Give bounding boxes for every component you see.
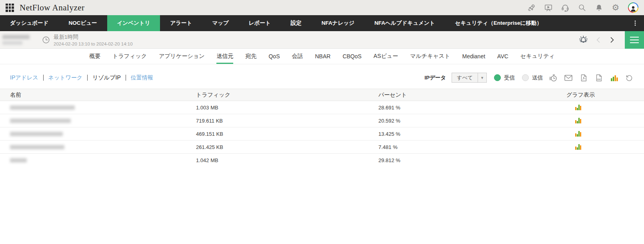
filter-link-location[interactable]: 位置情報 xyxy=(126,74,158,81)
nav-item-security-enterprise[interactable]: セキュリティ（Enterpriseに移動） xyxy=(445,15,552,31)
traffic-value: 719.611 KB xyxy=(196,118,378,124)
chevron-left-icon xyxy=(594,36,602,44)
traffic-value: 1.042 MB xyxy=(196,157,378,163)
period-label: 最新1時間 xyxy=(54,34,133,41)
radio-off-icon xyxy=(522,74,529,81)
source-table: 名前 トラフィック パーセント グラフ表示 1.003 MB 28.691 % … xyxy=(0,89,644,167)
nav-item-settings[interactable]: 設定 xyxy=(281,15,312,31)
row-name-blurred[interactable] xyxy=(10,119,71,123)
tab-medianet[interactable]: Medianet xyxy=(462,49,485,64)
app-title: NetFlow Analyzer xyxy=(20,3,85,13)
percent-value: 28.691 % xyxy=(378,105,566,111)
chevron-right-icon[interactable] xyxy=(608,36,616,44)
column-header-traffic[interactable]: トラフィック xyxy=(196,91,378,99)
filter-link-network[interactable]: ネットワーク xyxy=(44,74,88,81)
graph-icon[interactable] xyxy=(575,131,581,137)
tab-as-view[interactable]: ASビュー xyxy=(374,49,398,64)
ip-data-selected-value: すべて xyxy=(452,73,478,82)
traffic-value: 1.003 MB xyxy=(196,105,378,111)
tab-multicast[interactable]: マルチキャスト xyxy=(410,49,450,64)
ip-data-select[interactable]: すべて ▼ xyxy=(452,73,487,83)
refresh-icon[interactable] xyxy=(624,73,634,83)
tab-nbar[interactable]: NBAR xyxy=(315,49,330,64)
tab-cbqos[interactable]: CBQoS xyxy=(342,49,361,64)
table-row: 469.151 KB 13.425 % xyxy=(0,127,644,141)
user-avatar[interactable] xyxy=(628,2,638,13)
search-icon[interactable] xyxy=(578,3,586,12)
tab-avc[interactable]: AVC xyxy=(497,49,508,64)
table-row: 719.611 KB 20.592 % xyxy=(0,114,644,127)
nav-item-reports[interactable]: レポート xyxy=(239,15,281,31)
row-name-blurred[interactable] xyxy=(10,145,64,149)
email-envelope-icon[interactable] xyxy=(564,73,573,83)
main-nav: ダッシュボード NOCビュー インベントリ アラート マップ レポート 設定 N… xyxy=(0,15,644,31)
tab-overview[interactable]: 概要 xyxy=(89,49,100,64)
table-row: 1.042 MB 29.812 % xyxy=(0,154,644,167)
send-radio[interactable]: 送信 xyxy=(522,74,543,81)
export-pdf-icon[interactable] xyxy=(579,73,588,83)
headset-support-icon[interactable] xyxy=(561,3,570,12)
nav-item-dashboard[interactable]: ダッシュボード xyxy=(0,15,58,31)
nav-item-alerts[interactable]: アラート xyxy=(160,15,202,31)
row-name-blurred[interactable] xyxy=(10,132,63,136)
percent-value: 13.425 % xyxy=(378,131,566,137)
percent-value: 20.592 % xyxy=(378,118,566,124)
percent-value: 29.812 % xyxy=(378,157,566,163)
period-range: 2024-02-20 13:10 to 2024-02-20 14:10 xyxy=(54,42,133,46)
kebab-menu-icon[interactable] xyxy=(626,15,644,31)
top-bar: NetFlow Analyzer ⚙ xyxy=(0,0,644,15)
schedule-stopwatch-icon[interactable] xyxy=(548,73,558,83)
tab-application[interactable]: アプリケーション xyxy=(159,49,204,64)
row-name-blurred[interactable] xyxy=(10,105,75,110)
column-header-name[interactable]: 名前 xyxy=(10,91,196,99)
avatar-person-icon xyxy=(629,3,638,12)
tab-destination[interactable]: 宛先 xyxy=(245,49,256,64)
column-header-graph: グラフ表示 xyxy=(566,91,644,99)
rocket-icon[interactable] xyxy=(527,3,536,12)
view-tabs: 概要 トラフィック アプリケーション 送信元 宛先 QoS 会話 NBAR CB… xyxy=(0,49,644,64)
svg-text:csv: csv xyxy=(597,78,601,80)
device-header: 最新1時間 2024-02-20 13:10 to 2024-02-20 14:… xyxy=(0,31,644,49)
percent-value: 7.481 % xyxy=(378,144,566,150)
time-period[interactable]: 最新1時間 2024-02-20 13:10 to 2024-02-20 14:… xyxy=(42,34,133,46)
row-name-blurred xyxy=(10,158,27,163)
settings-gear-icon[interactable]: ⚙ xyxy=(611,3,620,12)
table-row: 261.425 KB 7.481 % xyxy=(0,141,644,154)
ip-data-label: IPデータ xyxy=(424,74,446,81)
export-csv-icon[interactable]: csv xyxy=(594,73,604,83)
bar-chart-icon[interactable] xyxy=(609,73,619,83)
nav-item-noc-view[interactable]: NOCビュー xyxy=(58,15,107,31)
traffic-value: 261.425 KB xyxy=(196,144,378,150)
receive-radio[interactable]: 受信 xyxy=(494,74,515,81)
tab-qos[interactable]: QoS xyxy=(268,49,280,64)
filter-link-ip-address[interactable]: IPアドレス xyxy=(10,74,43,81)
column-header-percent[interactable]: パーセント xyxy=(378,91,566,99)
tab-source[interactable]: 送信元 xyxy=(216,49,233,64)
hamburger-icon xyxy=(630,37,639,43)
nav-item-maps[interactable]: マップ xyxy=(202,15,238,31)
receive-label: 受信 xyxy=(504,74,515,81)
tab-security[interactable]: セキュリティ xyxy=(520,49,555,64)
chevron-down-icon: ▼ xyxy=(478,73,486,82)
table-row: 1.003 MB 28.691 % xyxy=(0,101,644,114)
nav-item-nfa-help-docs[interactable]: NFAヘルプドキュメント xyxy=(364,15,445,31)
notifications-bell-icon[interactable] xyxy=(594,3,603,12)
device-name-blurred xyxy=(2,35,39,45)
nav-item-nfa-knowledge[interactable]: NFAナレッジ xyxy=(312,15,364,31)
graph-icon[interactable] xyxy=(575,118,581,123)
filter-toolbar-row: IPアドレス ネットワーク リゾルブIP 位置情報 IPデータ すべて ▼ 受信… xyxy=(0,64,644,89)
graph-icon[interactable] xyxy=(575,105,581,110)
apps-grid-icon[interactable] xyxy=(6,4,14,12)
clock-icon xyxy=(42,36,50,44)
send-label: 送信 xyxy=(532,74,543,81)
presentation-play-icon[interactable] xyxy=(544,3,553,12)
hamburger-menu-button[interactable] xyxy=(625,31,644,49)
alarm-bell-icon[interactable] xyxy=(578,34,589,46)
radio-on-icon xyxy=(494,74,501,81)
nav-item-inventory[interactable]: インベントリ xyxy=(107,15,160,31)
graph-icon[interactable] xyxy=(575,144,581,150)
tab-conversation[interactable]: 会話 xyxy=(292,49,303,64)
tab-traffic[interactable]: トラフィック xyxy=(112,49,147,64)
traffic-value: 469.151 KB xyxy=(196,131,378,137)
filter-link-resolve-ip[interactable]: リゾルブIP xyxy=(88,74,126,81)
